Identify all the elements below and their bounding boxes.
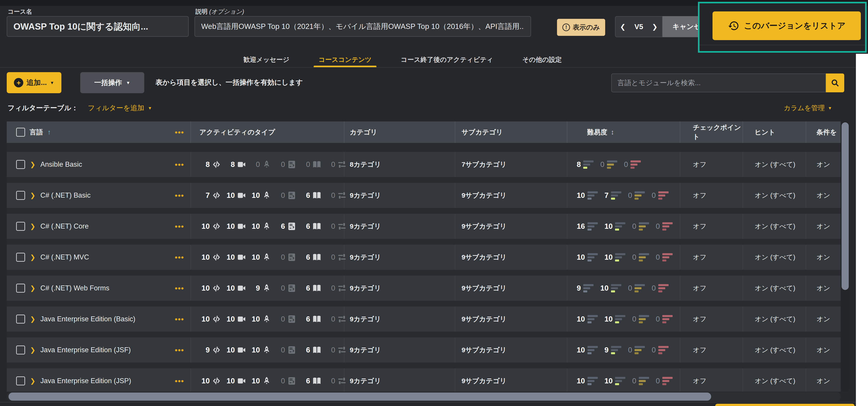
- difficulty-green-bars-icon: [615, 377, 625, 385]
- activity-walkthrough-count: 0: [275, 345, 297, 355]
- table-row: ❯ C# (.NET) Web Forms ••• 10109060 9カテゴリ…: [7, 276, 841, 301]
- vertical-scrollbar-thumb[interactable]: [842, 122, 849, 290]
- expand-chevron-icon[interactable]: ❯: [30, 253, 35, 261]
- row-checkbox[interactable]: [16, 160, 25, 169]
- language-name: Java Enterprise Edition (JSP): [40, 377, 131, 385]
- row-menu-ellipsis-icon[interactable]: •••: [175, 253, 184, 261]
- language-name: Java Enterprise Edition (Basic): [40, 315, 135, 323]
- category-count: 9カテゴリ: [350, 376, 381, 385]
- expand-chevron-icon[interactable]: ❯: [30, 346, 35, 354]
- row-checkbox[interactable]: [16, 345, 25, 354]
- row-checkbox[interactable]: [16, 376, 25, 385]
- video-icon: [237, 252, 246, 262]
- course-name-input[interactable]: [7, 16, 189, 37]
- walkthrough-icon: [287, 376, 297, 385]
- rocket-icon: [262, 160, 271, 169]
- table-row: ❯ C# (.NET) MVC ••• 101010060 9カテゴリ 9サブカ…: [7, 245, 841, 270]
- difficulty-gray-bars-icon: [587, 191, 598, 200]
- search-input[interactable]: [611, 73, 826, 92]
- select-all-checkbox[interactable]: [16, 128, 25, 137]
- row-checkbox[interactable]: [16, 315, 25, 323]
- expand-chevron-icon[interactable]: ❯: [30, 222, 35, 230]
- add-filter-button[interactable]: フィルターを追加 ▼: [88, 101, 152, 115]
- rocket-icon: [262, 345, 271, 355]
- view-only-badge: ! 表示のみ: [557, 19, 605, 36]
- difficulty-red-bars-icon: [662, 377, 673, 385]
- row-checkbox[interactable]: [16, 222, 25, 231]
- difficulty-gray-count: 16: [577, 222, 598, 230]
- row-menu-ellipsis-icon[interactable]: •••: [175, 284, 184, 292]
- code-icon: [212, 376, 221, 385]
- row-menu-ellipsis-icon[interactable]: •••: [175, 192, 184, 199]
- horizontal-scrollbar: [7, 392, 841, 401]
- hint-value: オン (すべて): [755, 315, 796, 324]
- tab-0[interactable]: 歓迎メッセージ: [242, 53, 291, 67]
- difficulty-gray-count: 10: [577, 377, 598, 385]
- row-menu-ellipsis-icon[interactable]: •••: [175, 346, 184, 354]
- tab-3[interactable]: その他の設定: [521, 53, 563, 67]
- difficulty-counts: 161000: [567, 214, 680, 239]
- restore-version-button[interactable]: このバージョンをリストア: [713, 11, 861, 40]
- difficulty-red-count: 0: [652, 284, 669, 292]
- sliders-icon: [337, 160, 347, 169]
- row-checkbox[interactable]: [16, 284, 25, 293]
- table-header-row: 言語 ↑ ••• アクティビティのタイプ カテゴリ サブカテゴリ 難易度 ↕ チ…: [7, 121, 841, 143]
- search-button[interactable]: [826, 73, 844, 92]
- column-menu-ellipsis-icon[interactable]: •••: [175, 128, 184, 136]
- tab-2[interactable]: コース終了後のアクティビティ: [399, 53, 495, 67]
- activity-walkthrough-count: 6: [275, 222, 297, 231]
- toolbar: + 追加... ▼ 一括操作 ▼ 表から項目を選択し、一括操作を有効にします: [0, 71, 856, 94]
- difficulty-counts: 91000: [567, 276, 680, 301]
- manage-columns-button[interactable]: カラムを管理 ▼: [784, 101, 832, 115]
- chevron-down-icon: ▼: [148, 106, 152, 110]
- horizontal-scrollbar-thumb[interactable]: [8, 393, 711, 401]
- expand-chevron-icon[interactable]: ❯: [30, 284, 35, 292]
- condition-value: オン: [816, 160, 830, 169]
- category-count: 9カテゴリ: [350, 253, 381, 262]
- prev-version-chevron-icon[interactable]: ❮: [620, 23, 626, 31]
- row-menu-ellipsis-icon[interactable]: •••: [175, 315, 184, 323]
- walkthrough-icon: [287, 252, 297, 262]
- row-checkbox[interactable]: [16, 191, 25, 200]
- row-menu-ellipsis-icon[interactable]: •••: [175, 377, 184, 385]
- column-header-checkpoint: チェックポイント: [680, 121, 743, 143]
- rocket-icon: [262, 222, 271, 231]
- bulk-actions-button[interactable]: 一括操作 ▼: [80, 72, 144, 93]
- activity-reading-count: 6: [300, 283, 321, 293]
- reading-icon: [312, 160, 321, 169]
- tab-1[interactable]: コースコンテンツ: [317, 53, 373, 67]
- difficulty-red-count: 0: [652, 346, 669, 354]
- hint-value: オン (すべて): [755, 345, 796, 355]
- difficulty-counts: 101000: [567, 307, 680, 332]
- expand-chevron-icon[interactable]: ❯: [30, 192, 35, 199]
- row-menu-ellipsis-icon[interactable]: •••: [175, 161, 184, 168]
- chevron-down-icon: ▼: [828, 106, 832, 110]
- walkthrough-icon: [287, 160, 297, 169]
- expand-chevron-icon[interactable]: ❯: [30, 377, 35, 385]
- language-name: C# (.NET) Web Forms: [40, 284, 109, 292]
- add-button[interactable]: + 追加... ▼: [7, 72, 61, 93]
- column-header-difficulty[interactable]: 難易度 ↕: [567, 121, 680, 143]
- difficulty-yellow-bars-icon: [634, 191, 645, 200]
- description-input[interactable]: [194, 16, 531, 37]
- video-icon: [237, 191, 246, 200]
- expand-chevron-icon[interactable]: ❯: [30, 161, 35, 168]
- next-version-chevron-icon[interactable]: ❯: [652, 23, 658, 31]
- activity-sliders-count: 0: [325, 160, 347, 169]
- column-header-language[interactable]: 言語 ↑ •••: [7, 121, 190, 143]
- subcategory-count: 9サブカテゴリ: [462, 284, 506, 293]
- difficulty-red-count: 0: [656, 253, 673, 261]
- activity-sliders-count: 0: [325, 376, 347, 385]
- difficulty-gray-count: 9: [577, 284, 593, 292]
- bottom-action-button-edge[interactable]: [715, 404, 855, 406]
- activity-walkthrough-count: 0: [275, 191, 297, 200]
- row-checkbox[interactable]: [16, 253, 25, 262]
- activity-reading-count: 6: [300, 345, 321, 355]
- difficulty-green-count: 7: [604, 191, 621, 200]
- category-count: 9カテゴリ: [350, 284, 381, 293]
- activity-reading-count: 6: [300, 222, 321, 231]
- activity-sliders-count: 0: [325, 283, 347, 293]
- expand-chevron-icon[interactable]: ❯: [30, 315, 35, 323]
- activity-counts: 10109060: [190, 276, 344, 301]
- row-menu-ellipsis-icon[interactable]: •••: [175, 222, 184, 230]
